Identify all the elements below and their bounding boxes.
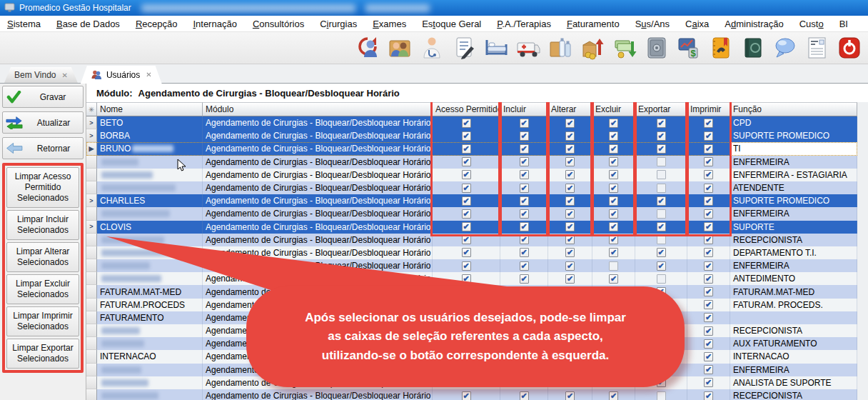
hospital-bed-icon[interactable] bbox=[483, 35, 509, 61]
exportar-checkbox[interactable] bbox=[657, 170, 666, 179]
acesso-checkbox[interactable]: ✔ bbox=[462, 119, 471, 128]
alterar-checkbox[interactable]: ✔ bbox=[565, 261, 575, 271]
imprimir-checkbox[interactable]: ✔ bbox=[704, 261, 713, 271]
table-row[interactable]: Agendamento de Cirurgias - Bloquear/Desb… bbox=[86, 207, 857, 220]
imprimir-checkbox[interactable]: ✔ bbox=[704, 287, 713, 296]
exportar-checkbox[interactable]: ✔ bbox=[657, 196, 666, 206]
imprimir-checkbox[interactable]: ✔ bbox=[704, 365, 713, 374]
menu-sistema[interactable]: Sistema bbox=[7, 19, 41, 29]
column-header-incluir[interactable]: Incluir bbox=[500, 102, 548, 116]
column-header-excluir[interactable]: Excluir bbox=[592, 102, 635, 116]
excluir-checkbox[interactable]: ✔ bbox=[609, 144, 618, 154]
imprimir-checkbox[interactable]: ✔ bbox=[704, 209, 713, 219]
excluir-checkbox[interactable]: ✔ bbox=[609, 274, 618, 284]
exportar-checkbox[interactable] bbox=[657, 209, 666, 219]
imprimir-checkbox[interactable]: ✔ bbox=[704, 378, 713, 387]
acesso-checkbox[interactable]: ✔ bbox=[462, 196, 471, 206]
acesso-checkbox[interactable]: ✔ bbox=[462, 184, 471, 193]
close-icon[interactable]: ✕ bbox=[61, 71, 67, 79]
imprimir-checkbox[interactable]: ✔ bbox=[704, 170, 713, 179]
document-pen-icon[interactable] bbox=[451, 35, 477, 61]
acesso-checkbox[interactable]: ✔ bbox=[462, 274, 471, 284]
chat-icon[interactable] bbox=[772, 35, 798, 61]
table-row[interactable]: >BETOAgendamento de Cirurgias - Bloquear… bbox=[86, 116, 857, 129]
atualizar-button[interactable]: Atualizar bbox=[2, 111, 84, 134]
alterar-checkbox[interactable]: ✔ bbox=[565, 209, 575, 219]
alterar-checkbox[interactable]: ✔ bbox=[565, 248, 575, 257]
alterar-checkbox[interactable]: ✔ bbox=[565, 184, 575, 193]
incluir-checkbox[interactable]: ✔ bbox=[520, 261, 529, 271]
incluir-checkbox[interactable]: ✔ bbox=[520, 248, 529, 257]
imprimir-checkbox[interactable]: ✔ bbox=[704, 196, 713, 206]
incluir-checkbox[interactable]: ✔ bbox=[520, 184, 529, 193]
excluir-checkbox[interactable]: ✔ bbox=[609, 235, 618, 244]
alterar-checkbox[interactable]: ✔ bbox=[565, 157, 575, 166]
exportar-checkbox[interactable]: ✔ bbox=[657, 261, 666, 271]
imprimir-checkbox[interactable]: ✔ bbox=[704, 131, 713, 141]
excluir-checkbox[interactable]: ✔ bbox=[609, 209, 618, 219]
exportar-checkbox[interactable]: ✔ bbox=[657, 119, 666, 128]
excluir-checkbox[interactable]: ✔ bbox=[609, 170, 618, 179]
excluir-checkbox[interactable]: ✔ bbox=[609, 222, 618, 231]
alterar-checkbox[interactable]: ✔ bbox=[565, 196, 575, 206]
column-header-acesso-permitido[interactable]: Acesso Permitido bbox=[433, 102, 500, 116]
user-sync-icon[interactable] bbox=[355, 35, 380, 61]
acesso-checkbox[interactable]: ✔ bbox=[462, 235, 471, 244]
acesso-checkbox[interactable]: ✔ bbox=[462, 131, 471, 141]
menu-consult-rios[interactable]: Consultórios bbox=[253, 19, 304, 29]
menu-administra-o[interactable]: Administração bbox=[725, 19, 783, 29]
tab-bem-vindo[interactable]: Bem Vindo ✕ bbox=[4, 67, 78, 83]
excluir-checkbox[interactable]: ✔ bbox=[609, 184, 618, 193]
clear-limpar-exportar-selecionados[interactable]: Limpar Exportar Selecionados bbox=[6, 339, 79, 369]
incluir-checkbox[interactable]: ✔ bbox=[520, 274, 529, 284]
gravar-button[interactable]: Gravar bbox=[2, 86, 84, 108]
exportar-checkbox[interactable] bbox=[657, 235, 666, 244]
tab-usuarios[interactable]: Usuários ✕ bbox=[81, 66, 162, 84]
exportar-checkbox[interactable] bbox=[657, 391, 666, 400]
clear-limpar-acesso-permitido-selecionados[interactable]: Limpar Acesso Permitido Selecionados bbox=[6, 167, 79, 208]
table-row[interactable]: Agendamento de Cirurgias - Bloquear/Desb… bbox=[86, 169, 857, 181]
table-row[interactable]: >BORBAAgendamento de Cirurgias - Bloquea… bbox=[86, 129, 857, 142]
exportar-checkbox[interactable]: ✔ bbox=[657, 131, 666, 141]
imprimir-checkbox[interactable]: ✔ bbox=[704, 339, 713, 349]
imprimir-checkbox[interactable]: ✔ bbox=[704, 274, 713, 284]
clear-limpar-excluir-selecionados[interactable]: Limpar Excluir Selecionados bbox=[6, 274, 79, 304]
imprimir-checkbox[interactable]: ✔ bbox=[704, 222, 713, 231]
acesso-checkbox[interactable]: ✔ bbox=[462, 144, 471, 154]
imprimir-checkbox[interactable]: ✔ bbox=[704, 144, 713, 154]
alterar-checkbox[interactable]: ✔ bbox=[565, 170, 575, 179]
menu-cirurgias[interactable]: Cirurgias bbox=[320, 19, 357, 29]
alterar-checkbox[interactable]: ✔ bbox=[565, 131, 575, 141]
alterar-checkbox[interactable]: ✔ bbox=[565, 274, 575, 284]
clear-limpar-alterar-selecionados[interactable]: Limpar Alterar Selecionados bbox=[6, 242, 79, 272]
menu-caixa[interactable]: Caixa bbox=[685, 19, 709, 29]
table-row[interactable]: Agendamento de Cirurgias - Bloquear/Desb… bbox=[86, 234, 857, 246]
column-header-alterar[interactable]: Alterar bbox=[548, 102, 592, 116]
imprimir-checkbox[interactable]: ✔ bbox=[704, 119, 713, 128]
ledger-book-icon[interactable] bbox=[740, 35, 766, 61]
exportar-checkbox[interactable] bbox=[657, 274, 666, 284]
incluir-checkbox[interactable]: ✔ bbox=[520, 157, 529, 166]
patients-folder-icon[interactable] bbox=[387, 35, 413, 61]
excluir-checkbox[interactable]: ✔ bbox=[609, 157, 618, 166]
excluir-checkbox[interactable]: ✔ bbox=[609, 196, 618, 206]
menu-p-a-terapias[interactable]: P.A./Terapias bbox=[497, 19, 551, 29]
imprimir-checkbox[interactable]: ✔ bbox=[704, 352, 713, 361]
finance-chart-icon[interactable]: $ bbox=[676, 35, 702, 61]
alterar-checkbox[interactable]: ✔ bbox=[565, 391, 575, 400]
imprimir-checkbox[interactable]: ✔ bbox=[704, 235, 713, 244]
incluir-checkbox[interactable]: ✔ bbox=[520, 170, 529, 179]
menu-faturamento[interactable]: Faturamento bbox=[567, 19, 620, 29]
exportar-checkbox[interactable]: ✔ bbox=[657, 144, 666, 154]
imprimir-checkbox[interactable]: ✔ bbox=[704, 391, 713, 400]
column-header-fun-o[interactable]: Função bbox=[730, 102, 857, 116]
incluir-checkbox[interactable]: ✔ bbox=[520, 144, 529, 154]
acesso-checkbox[interactable]: ✔ bbox=[462, 222, 471, 231]
exportar-checkbox[interactable]: ✔ bbox=[657, 248, 666, 257]
imprimir-checkbox[interactable]: ✔ bbox=[704, 326, 713, 336]
table-row[interactable]: Agendamento de Cirurgias - Bloquear/Desb… bbox=[86, 156, 857, 169]
doctor-icon[interactable] bbox=[419, 35, 445, 61]
menu-custo[interactable]: Custo bbox=[799, 19, 824, 29]
incluir-checkbox[interactable]: ✔ bbox=[520, 119, 529, 128]
incluir-checkbox[interactable]: ✔ bbox=[520, 235, 529, 244]
